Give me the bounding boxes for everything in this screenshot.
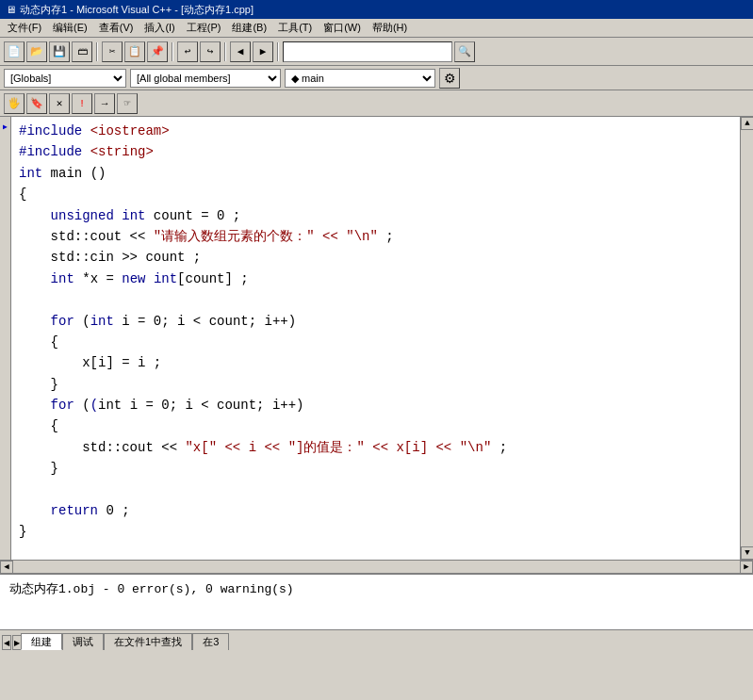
h-scroll-left-btn[interactable]: ◀ [0, 561, 13, 574]
scroll-track[interactable] [741, 130, 753, 546]
dropdown-bar: [Globals] [All global members] ◆ main ⚙ [0, 66, 753, 90]
sep4 [277, 42, 279, 61]
redo-btn[interactable]: ↪ [200, 41, 221, 62]
bookmark-btn[interactable]: 🔖 [26, 93, 47, 114]
menu-help[interactable]: 帮助(H) [367, 19, 413, 37]
h-scroll-right-btn[interactable]: ▶ [740, 561, 753, 574]
menu-bar: 文件(F) 编辑(E) 查看(V) 插入(I) 工程(P) 组建(B) 工具(T… [0, 19, 753, 38]
sep3 [224, 42, 226, 61]
sub-toolbar: 🖐 🔖 ✕ ! → ☞ [0, 90, 753, 117]
hand-btn[interactable]: 🖐 [4, 93, 25, 114]
prev-btn[interactable]: ◀ [230, 41, 251, 62]
title-bar: 🖥 动态内存1 - Microsoft Visual C++ - [动态内存1.… [0, 0, 753, 19]
arrow-sub-btn[interactable]: → [94, 93, 115, 114]
members-dropdown[interactable]: [All global members] [130, 69, 281, 88]
sidebar-left: ▶ [0, 117, 11, 560]
tab-scroll-left[interactable]: ◀ [2, 635, 11, 650]
menu-file[interactable]: 文件(F) [2, 19, 47, 37]
save-all-btn[interactable]: 🗃 [72, 41, 92, 62]
tab-bar: ◀ ▶ 组建 调试 在文件1中查找 在3 [0, 629, 753, 650]
code-area[interactable]: #include <iostream> #include <string> in… [11, 117, 740, 560]
output-main-text: 动态内存1.obj - 0 error(s), 0 warning(s) [9, 582, 294, 596]
search-input[interactable] [283, 41, 452, 62]
menu-build[interactable]: 组建(B) [226, 19, 272, 37]
copy-btn[interactable]: 📋 [124, 41, 145, 62]
context-btn[interactable]: ⚙ [439, 68, 460, 89]
sep2 [172, 42, 173, 61]
paste-btn[interactable]: 📌 [147, 41, 168, 62]
bottom-panel: 动态内存1.obj - 0 error(s), 0 warning(s) [0, 573, 753, 629]
func-dropdown[interactable]: ◆ main [285, 69, 435, 88]
close-sub-btn[interactable]: ✕ [49, 93, 70, 114]
title-bar-icon: 🖥 [6, 4, 16, 15]
menu-tools[interactable]: 工具(T) [272, 19, 318, 37]
tab-find1[interactable]: 在文件1中查找 [104, 633, 192, 650]
code-content: #include <iostream> #include <string> in… [11, 117, 740, 560]
main-toolbar: 📄 📂 💾 🗃 ✂ 📋 📌 ↩ ↪ ◀ ▶ 🔍 [0, 38, 753, 66]
search-btn[interactable]: 🔍 [454, 41, 475, 62]
menu-edit[interactable]: 编辑(E) [47, 19, 93, 37]
new-btn[interactable]: 📄 [4, 41, 25, 62]
h-scroll[interactable]: ◀ ▶ [0, 560, 753, 573]
menu-insert[interactable]: 插入(I) [139, 19, 180, 37]
next-btn[interactable]: ▶ [253, 41, 273, 62]
menu-project[interactable]: 工程(P) [181, 19, 227, 37]
globals-dropdown[interactable]: [Globals] [4, 69, 126, 88]
h-scroll-track[interactable] [13, 563, 740, 571]
cut-btn[interactable]: ✂ [102, 41, 123, 62]
tab-find2[interactable]: 在3 [192, 633, 229, 650]
tab-build[interactable]: 组建 [21, 633, 62, 650]
main-container: ▶ #include <iostream> #include <string> … [0, 117, 753, 560]
tab-debug[interactable]: 调试 [62, 633, 104, 650]
exclaim-btn[interactable]: ! [72, 93, 92, 114]
save-btn[interactable]: 💾 [49, 41, 70, 62]
cursor-btn[interactable]: ☞ [117, 93, 138, 114]
title-bar-text: 动态内存1 - Microsoft Visual C++ - [动态内存1.cp… [20, 3, 254, 17]
sep1 [96, 42, 98, 61]
output-text: 动态内存1.obj - 0 error(s), 0 warning(s) [0, 575, 753, 629]
code-pre: #include <iostream> #include <string> in… [19, 121, 732, 543]
right-scrollbar[interactable]: ▲ ▼ [740, 117, 753, 560]
scroll-up-btn[interactable]: ▲ [741, 117, 753, 130]
undo-btn[interactable]: ↩ [177, 41, 198, 62]
menu-window[interactable]: 窗口(W) [318, 19, 367, 37]
scroll-down-btn[interactable]: ▼ [741, 546, 753, 560]
open-btn[interactable]: 📂 [26, 41, 47, 62]
menu-view[interactable]: 查看(V) [93, 19, 139, 37]
